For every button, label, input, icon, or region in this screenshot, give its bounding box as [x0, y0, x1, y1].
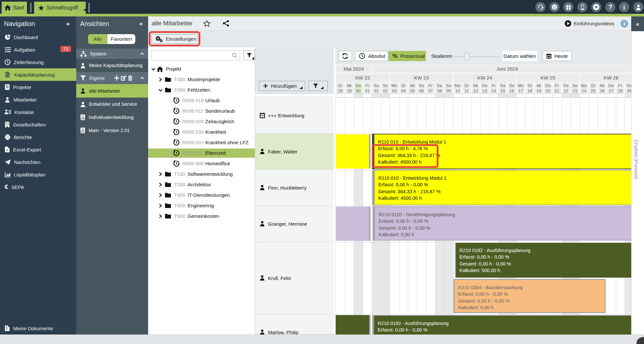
svg-text:x: x [6, 148, 8, 152]
